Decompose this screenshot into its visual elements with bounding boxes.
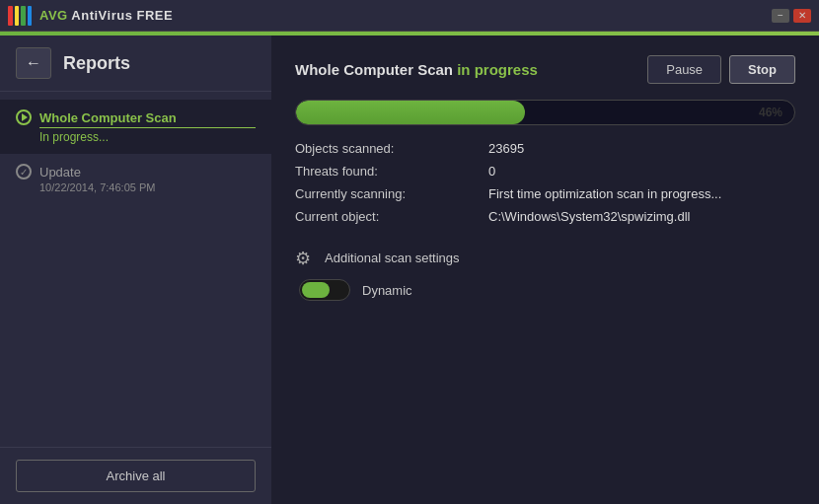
sidebar-footer: Archive all	[0, 447, 271, 504]
logo-blue	[28, 6, 33, 26]
additional-settings-label: Additional scan settings	[325, 251, 460, 265]
additional-settings-row[interactable]: ⚙ Additional scan settings	[295, 248, 795, 267]
sidebar-items: Whole Computer Scan In progress... ✓ Upd…	[0, 92, 271, 447]
objects-scanned-label: Objects scanned:	[295, 141, 473, 156]
sidebar-item-header-2: ✓ Update	[16, 164, 256, 180]
threats-found-value: 0	[488, 164, 795, 179]
archive-all-button[interactable]: Archive all	[16, 460, 256, 492]
logo-green	[21, 6, 26, 26]
current-object-value: C:\Windows\System32\spwizimg.dll	[488, 209, 795, 224]
play-circle	[16, 109, 32, 125]
progress-bar-container: 46%	[295, 100, 795, 125]
update-item-date: 10/22/2014, 7:46:05 PM	[39, 181, 256, 193]
sidebar-header: ← Reports	[0, 36, 271, 92]
current-object-label: Current object:	[295, 209, 473, 224]
back-button[interactable]: ←	[16, 47, 51, 79]
content-area: Whole Computer Scan in progress Pause St…	[271, 36, 819, 504]
currently-scanning-label: Currently scanning:	[295, 186, 473, 201]
currently-scanning-value: First time optimization scan in progress…	[488, 186, 795, 201]
pause-button[interactable]: Pause	[647, 55, 721, 84]
play-icon	[16, 109, 32, 125]
scan-item-status: In progress...	[39, 130, 256, 144]
update-item-name: Update	[39, 165, 81, 180]
progress-label: 46%	[759, 106, 782, 119]
title-controls: − ✕	[772, 9, 811, 23]
stats-grid: Objects scanned: 23695 Threats found: 0 …	[295, 141, 795, 224]
avg-logo	[8, 6, 32, 26]
scan-title: Whole Computer Scan in progress	[295, 61, 538, 78]
dynamic-toggle[interactable]	[299, 279, 350, 301]
dynamic-label: Dynamic	[362, 283, 412, 298]
sidebar-item-header-1: Whole Computer Scan	[16, 109, 256, 125]
toggle-fill	[302, 282, 330, 298]
minimize-button[interactable]: −	[772, 9, 789, 23]
sidebar-item-whole-computer-scan[interactable]: Whole Computer Scan In progress...	[0, 100, 271, 154]
item-underline	[39, 127, 256, 128]
title-bar: AVG AntiVirus FREE − ✕	[0, 0, 819, 32]
stop-button[interactable]: Stop	[729, 55, 795, 84]
title-bar-left: AVG AntiVirus FREE	[8, 6, 173, 26]
content-header: Whole Computer Scan in progress Pause St…	[295, 55, 795, 84]
close-button[interactable]: ✕	[793, 9, 811, 23]
scan-title-text: Whole Computer Scan	[295, 61, 457, 78]
header-buttons: Pause Stop	[647, 55, 795, 84]
check-circle: ✓	[16, 164, 32, 180]
gear-icon: ⚙	[295, 248, 315, 267]
play-triangle	[22, 113, 28, 121]
progress-fill	[296, 101, 525, 124]
settings-section: ⚙ Additional scan settings Dynamic	[295, 248, 795, 301]
objects-scanned-value: 23695	[488, 141, 795, 156]
main-layout: ← Reports Whole Computer Scan In progres…	[0, 36, 819, 504]
scan-title-status: in progress	[457, 61, 538, 78]
logo-red	[8, 6, 13, 26]
sidebar-item-update[interactable]: ✓ Update 10/22/2014, 7:46:05 PM	[0, 154, 271, 203]
app-title: AVG AntiVirus FREE	[39, 8, 173, 23]
check-icon: ✓	[16, 164, 32, 180]
sidebar-title: Reports	[63, 53, 130, 74]
dynamic-toggle-row: Dynamic	[299, 279, 795, 301]
threats-found-label: Threats found:	[295, 164, 473, 179]
scan-item-name: Whole Computer Scan	[39, 110, 177, 125]
sidebar: ← Reports Whole Computer Scan In progres…	[0, 36, 271, 504]
logo-yellow	[15, 6, 20, 26]
